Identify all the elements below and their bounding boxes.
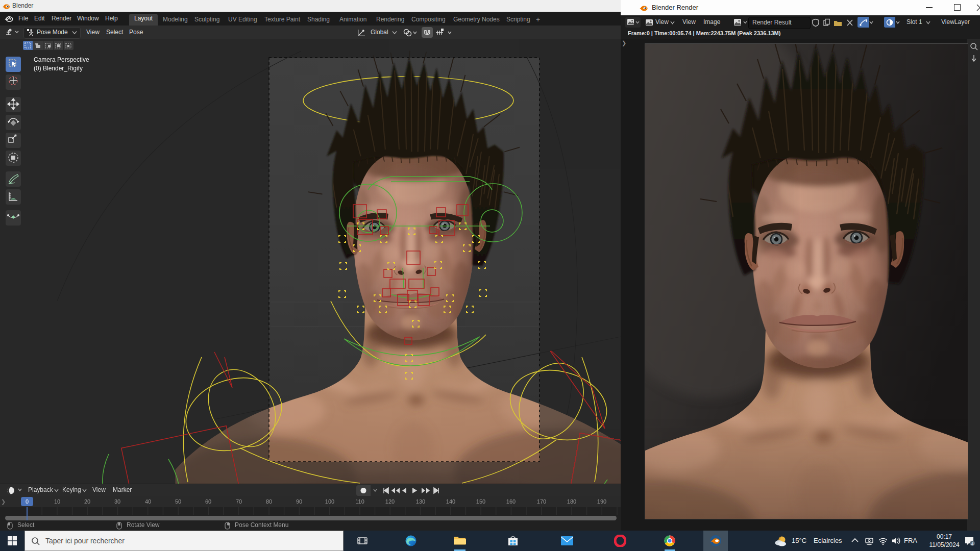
svg-text:4: 4 bbox=[971, 541, 973, 546]
